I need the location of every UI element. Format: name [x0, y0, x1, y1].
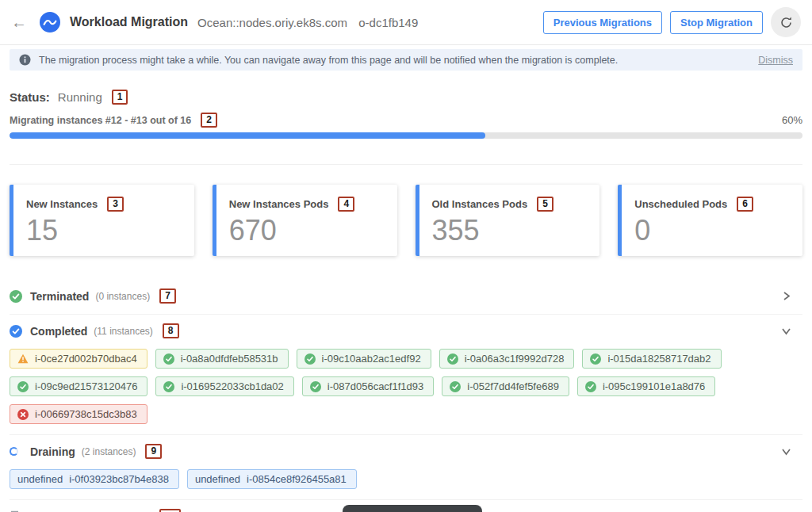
card-label: Old Instances Pods	[432, 198, 528, 210]
check-circle-green-icon	[447, 353, 458, 365]
cutoff-tooltip	[343, 505, 482, 512]
cluster-name: Ocean::nodes.oriy.ek8s.com	[197, 16, 347, 29]
section-count: (0 instances)	[95, 291, 150, 302]
chevron-right-icon[interactable]	[782, 291, 791, 301]
card-value: 0	[634, 216, 790, 245]
previous-migrations-button[interactable]: Previous Migrations	[543, 11, 662, 34]
instance-chip[interactable]: i-09c10aab2ac1edf92	[297, 349, 431, 369]
check-circle-green-icon	[304, 353, 316, 365]
instance-id: i-0f03923bc87b4e838	[69, 473, 169, 485]
status-value: Running	[58, 90, 102, 104]
section-title: Completed	[30, 325, 87, 338]
annotation-badge-10: 10	[159, 509, 181, 512]
section-terminated: Terminated (0 instances) 7	[10, 280, 802, 315]
header: ← Workload Migration Ocean::nodes.oriy.e…	[0, 0, 812, 45]
annotation-badge-2: 2	[201, 113, 217, 128]
summary-cards: New Instances 3 15 New Instances Pods 4 …	[10, 185, 802, 256]
instance-chip[interactable]: i-09c9ed21573120476	[10, 376, 147, 396]
status-label: Status:	[10, 90, 50, 104]
progress-bar	[10, 132, 802, 139]
section-divider	[10, 164, 802, 165]
instance-chip[interactable]: i-052f7dd4fef5fe689	[442, 376, 569, 396]
info-banner: The migration process might take a while…	[10, 49, 802, 71]
instance-id: i-09c9ed21573120476	[35, 380, 137, 392]
instance-chip[interactable]: i-0a8a0dfdfeb58531b	[155, 349, 289, 369]
card-old-instances-pods: Old Instances Pods 5 355	[416, 185, 600, 256]
card-label: New Instances Pods	[229, 198, 329, 210]
instance-id: i-087d056cacf1f1d93	[327, 380, 423, 392]
check-circle-green-icon	[310, 381, 321, 392]
instance-chip[interactable]: i-00669738c15dc3b83	[10, 404, 147, 424]
progress-fill	[10, 132, 485, 139]
section-title: Draining	[30, 445, 75, 458]
draining-chips: undefinedi-0f03923bc87b4e838undefinedi-0…	[10, 469, 802, 489]
check-circle-green-icon	[163, 353, 174, 365]
error-circle-icon	[17, 409, 29, 420]
refresh-button[interactable]	[771, 7, 801, 37]
instance-id: i-09c10aab2ac1edf92	[322, 353, 421, 365]
instance-id: i-052f7dd4fef5fe689	[467, 380, 559, 392]
annotation-badge-5: 5	[537, 197, 553, 212]
instance-chip[interactable]: i-087d056cacf1f1d93	[302, 376, 434, 396]
section-count: (11 instances)	[94, 326, 152, 337]
progress-text: Migrating instances #12 - #13 out of 16	[10, 115, 191, 126]
instance-id: i-0169522033cb1da02	[181, 380, 283, 392]
check-circle-blue-icon	[10, 325, 22, 338]
annotation-badge-9: 9	[145, 444, 162, 459]
instance-chip[interactable]: i-095c199101e1a8d76	[577, 376, 715, 396]
page-title: Workload Migration	[70, 15, 188, 29]
completed-chips: i-0ce27d002b70dbac4i-0a8a0dfdfeb58531bi-…	[10, 349, 802, 424]
instance-id: i-0854ce8f926455a81	[247, 473, 347, 485]
check-circle-green-icon	[10, 290, 22, 303]
spinner-icon	[10, 447, 22, 456]
refresh-icon	[779, 16, 793, 29]
card-value: 355	[432, 216, 588, 245]
instance-id: i-00669738c15dc3b83	[35, 408, 137, 420]
instance-id: i-095c199101e1a8d76	[603, 380, 705, 392]
instance-chip[interactable]: i-0ce27d002b70dbac4	[10, 349, 147, 369]
instance-id: i-0ce27d002b70dbac4	[35, 353, 137, 365]
check-circle-green-icon	[163, 381, 174, 392]
annotation-badge-8: 8	[163, 323, 179, 338]
card-new-instances: New Instances 3 15	[10, 185, 194, 256]
instance-chip[interactable]: i-015da18258717dab2	[582, 349, 721, 369]
warning-triangle-icon	[17, 353, 29, 364]
chevron-down-icon[interactable]	[781, 327, 791, 336]
info-icon	[19, 54, 31, 66]
ocean-id: o-dc1fb149	[358, 16, 418, 29]
card-value: 670	[229, 216, 385, 245]
card-label: New Instances	[26, 198, 98, 210]
annotation-badge-7: 7	[159, 288, 176, 304]
check-circle-green-icon	[450, 381, 461, 392]
instance-chip[interactable]: undefinedi-0854ce8f926455a81	[187, 469, 357, 489]
progress-percent: 60%	[782, 114, 802, 126]
ocean-logo-icon	[40, 12, 60, 32]
instance-id: i-0a8a0dfdfeb58531b	[181, 353, 278, 365]
card-new-instances-pods: New Instances Pods 4 670	[213, 185, 397, 256]
instance-id: i-015da18258717dab2	[607, 353, 710, 365]
banner-text: The migration process might take a while…	[39, 55, 618, 66]
spinner-icon: undefined	[195, 473, 240, 485]
card-label: Unscheduled Pods	[634, 198, 727, 210]
spinner-icon: undefined	[17, 473, 63, 485]
check-circle-green-icon	[590, 353, 601, 365]
section-title: Terminated	[30, 290, 89, 303]
annotation-badge-6: 6	[737, 197, 753, 212]
instance-chip[interactable]: i-0169522033cb1da02	[155, 376, 293, 396]
instance-id: i-0a06a3c1f9992d728	[465, 353, 565, 365]
dismiss-link[interactable]: Dismiss	[758, 55, 793, 66]
chevron-down-icon[interactable]	[781, 447, 791, 457]
card-unscheduled-pods: Unscheduled Pods 6 0	[618, 185, 802, 256]
instance-chip[interactable]: i-0a06a3c1f9992d728	[439, 349, 575, 369]
section-completed: Completed (11 instances) 8 i-0ce27d002b7…	[10, 315, 802, 435]
cluster-subtitle: Ocean::nodes.oriy.ek8s.com o-dc1fb149	[197, 16, 418, 29]
stop-migration-button[interactable]: Stop Migration	[670, 11, 763, 34]
annotation-badge-3: 3	[107, 197, 124, 212]
back-arrow-icon[interactable]: ←	[11, 14, 27, 30]
check-circle-green-icon	[585, 381, 596, 392]
check-circle-green-icon	[17, 381, 29, 392]
instance-chip[interactable]: undefinedi-0f03923bc87b4e838	[10, 469, 179, 489]
section-draining: Draining (2 instances) 9 undefinedi-0f03…	[10, 435, 802, 500]
annotation-badge-1: 1	[112, 90, 128, 105]
annotation-badge-4: 4	[338, 197, 354, 212]
